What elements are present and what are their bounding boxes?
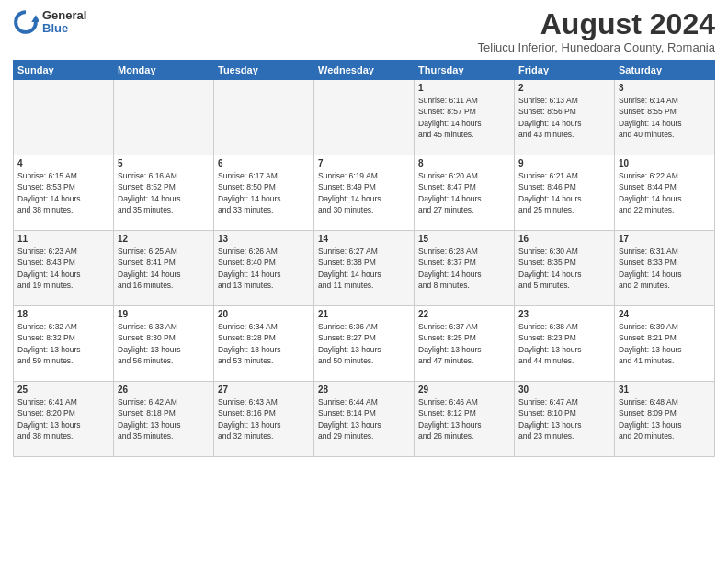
week-row-5: 25Sunrise: 6:41 AM Sunset: 8:20 PM Dayli… [14, 382, 715, 457]
calendar-header: SundayMondayTuesdayWednesdayThursdayFrid… [14, 61, 715, 80]
title-block: August 2024 Teliucu Inferior, Hunedoara … [478, 9, 715, 54]
day-cell: 1Sunrise: 6:11 AM Sunset: 8:57 PM Daylig… [415, 80, 515, 155]
day-number: 4 [17, 158, 109, 168]
day-number: 1 [418, 83, 510, 93]
logo-general-text: General [42, 9, 86, 22]
day-number: 14 [318, 234, 410, 244]
day-info: Sunrise: 6:32 AM Sunset: 8:32 PM Dayligh… [17, 321, 109, 366]
day-number: 9 [518, 158, 610, 168]
day-info: Sunrise: 6:41 AM Sunset: 8:20 PM Dayligh… [17, 396, 109, 442]
day-info: Sunrise: 6:16 AM Sunset: 8:52 PM Dayligh… [118, 170, 210, 215]
day-number: 29 [418, 385, 510, 395]
day-number: 25 [17, 385, 109, 395]
week-row-1: 1Sunrise: 6:11 AM Sunset: 8:57 PM Daylig… [14, 80, 715, 155]
day-cell: 4Sunrise: 6:15 AM Sunset: 8:53 PM Daylig… [14, 155, 114, 231]
header: General Blue August 2024 Teliucu Inferio… [13, 9, 715, 54]
day-number: 16 [518, 234, 610, 244]
weekday-header-wednesday: Wednesday [314, 61, 415, 80]
day-cell: 14Sunrise: 6:27 AM Sunset: 8:38 PM Dayli… [314, 231, 415, 306]
weekday-header-thursday: Thursday [415, 61, 515, 80]
day-cell: 31Sunrise: 6:48 AM Sunset: 8:09 PM Dayli… [615, 382, 715, 457]
day-cell: 26Sunrise: 6:42 AM Sunset: 8:18 PM Dayli… [114, 382, 214, 457]
day-number: 3 [619, 83, 711, 93]
weekday-header-sunday: Sunday [14, 61, 114, 80]
logo-text: General Blue [42, 9, 86, 36]
day-info: Sunrise: 6:31 AM Sunset: 8:33 PM Dayligh… [619, 246, 711, 291]
day-cell [14, 80, 114, 155]
day-cell: 29Sunrise: 6:46 AM Sunset: 8:12 PM Dayli… [415, 382, 515, 457]
day-info: Sunrise: 6:25 AM Sunset: 8:41 PM Dayligh… [118, 246, 210, 291]
day-info: Sunrise: 6:46 AM Sunset: 8:12 PM Dayligh… [418, 396, 510, 442]
day-cell: 27Sunrise: 6:43 AM Sunset: 8:16 PM Dayli… [214, 382, 314, 457]
day-cell: 23Sunrise: 6:38 AM Sunset: 8:23 PM Dayli… [515, 306, 615, 382]
day-cell: 25Sunrise: 6:41 AM Sunset: 8:20 PM Dayli… [14, 382, 114, 457]
day-info: Sunrise: 6:17 AM Sunset: 8:50 PM Dayligh… [218, 170, 310, 215]
day-cell: 22Sunrise: 6:37 AM Sunset: 8:25 PM Dayli… [415, 306, 515, 382]
day-number: 23 [518, 309, 610, 319]
day-info: Sunrise: 6:37 AM Sunset: 8:25 PM Dayligh… [418, 321, 510, 366]
day-info: Sunrise: 6:47 AM Sunset: 8:10 PM Dayligh… [518, 396, 610, 442]
day-number: 6 [218, 158, 310, 168]
day-info: Sunrise: 6:34 AM Sunset: 8:28 PM Dayligh… [218, 321, 310, 366]
day-cell: 13Sunrise: 6:26 AM Sunset: 8:40 PM Dayli… [214, 231, 314, 306]
weekday-header-monday: Monday [114, 61, 214, 80]
location: Teliucu Inferior, Hunedoara County, Roma… [478, 40, 715, 54]
calendar-table: SundayMondayTuesdayWednesdayThursdayFrid… [13, 60, 715, 457]
day-info: Sunrise: 6:44 AM Sunset: 8:14 PM Dayligh… [318, 396, 410, 442]
day-info: Sunrise: 6:19 AM Sunset: 8:49 PM Dayligh… [318, 170, 410, 215]
day-cell: 12Sunrise: 6:25 AM Sunset: 8:41 PM Dayli… [114, 231, 214, 306]
day-info: Sunrise: 6:20 AM Sunset: 8:47 PM Dayligh… [418, 170, 510, 215]
page: General Blue August 2024 Teliucu Inferio… [0, 0, 728, 563]
day-cell: 21Sunrise: 6:36 AM Sunset: 8:27 PM Dayli… [314, 306, 415, 382]
day-info: Sunrise: 6:15 AM Sunset: 8:53 PM Dayligh… [17, 170, 109, 215]
day-cell: 20Sunrise: 6:34 AM Sunset: 8:28 PM Dayli… [214, 306, 314, 382]
day-info: Sunrise: 6:42 AM Sunset: 8:18 PM Dayligh… [118, 396, 210, 442]
day-number: 7 [318, 158, 410, 168]
week-row-2: 4Sunrise: 6:15 AM Sunset: 8:53 PM Daylig… [14, 155, 715, 231]
day-number: 13 [218, 234, 310, 244]
day-info: Sunrise: 6:21 AM Sunset: 8:46 PM Dayligh… [518, 170, 610, 215]
day-cell: 17Sunrise: 6:31 AM Sunset: 8:33 PM Dayli… [615, 231, 715, 306]
day-number: 31 [619, 385, 711, 395]
day-info: Sunrise: 6:14 AM Sunset: 8:55 PM Dayligh… [619, 95, 711, 140]
day-info: Sunrise: 6:23 AM Sunset: 8:43 PM Dayligh… [17, 246, 109, 291]
day-number: 15 [418, 234, 510, 244]
day-cell: 8Sunrise: 6:20 AM Sunset: 8:47 PM Daylig… [415, 155, 515, 231]
day-cell: 7Sunrise: 6:19 AM Sunset: 8:49 PM Daylig… [314, 155, 415, 231]
day-cell: 28Sunrise: 6:44 AM Sunset: 8:14 PM Dayli… [314, 382, 415, 457]
day-info: Sunrise: 6:43 AM Sunset: 8:16 PM Dayligh… [218, 396, 310, 442]
week-row-3: 11Sunrise: 6:23 AM Sunset: 8:43 PM Dayli… [14, 231, 715, 306]
weekday-row: SundayMondayTuesdayWednesdayThursdayFrid… [14, 61, 715, 80]
day-number: 2 [518, 83, 610, 93]
day-number: 19 [118, 309, 210, 319]
day-cell: 6Sunrise: 6:17 AM Sunset: 8:50 PM Daylig… [214, 155, 314, 231]
day-info: Sunrise: 6:36 AM Sunset: 8:27 PM Dayligh… [318, 321, 410, 366]
day-info: Sunrise: 6:26 AM Sunset: 8:40 PM Dayligh… [218, 246, 310, 291]
day-number: 24 [619, 309, 711, 319]
svg-marker-0 [31, 16, 39, 23]
weekday-header-friday: Friday [515, 61, 615, 80]
day-number: 30 [518, 385, 610, 395]
day-cell: 5Sunrise: 6:16 AM Sunset: 8:52 PM Daylig… [114, 155, 214, 231]
day-number: 26 [118, 385, 210, 395]
day-info: Sunrise: 6:13 AM Sunset: 8:56 PM Dayligh… [518, 95, 610, 140]
day-number: 5 [118, 158, 210, 168]
day-cell [314, 80, 415, 155]
day-info: Sunrise: 6:38 AM Sunset: 8:23 PM Dayligh… [518, 321, 610, 366]
day-number: 18 [17, 309, 109, 319]
day-cell: 30Sunrise: 6:47 AM Sunset: 8:10 PM Dayli… [515, 382, 615, 457]
day-number: 21 [318, 309, 410, 319]
day-info: Sunrise: 6:30 AM Sunset: 8:35 PM Dayligh… [518, 246, 610, 291]
weekday-header-saturday: Saturday [615, 61, 715, 80]
day-number: 17 [619, 234, 711, 244]
day-info: Sunrise: 6:27 AM Sunset: 8:38 PM Dayligh… [318, 246, 410, 291]
logo: General Blue [13, 9, 86, 36]
day-cell: 18Sunrise: 6:32 AM Sunset: 8:32 PM Dayli… [14, 306, 114, 382]
day-cell [214, 80, 314, 155]
day-cell: 10Sunrise: 6:22 AM Sunset: 8:44 PM Dayli… [615, 155, 715, 231]
day-info: Sunrise: 6:33 AM Sunset: 8:30 PM Dayligh… [118, 321, 210, 366]
day-info: Sunrise: 6:48 AM Sunset: 8:09 PM Dayligh… [619, 396, 711, 442]
day-cell: 3Sunrise: 6:14 AM Sunset: 8:55 PM Daylig… [615, 80, 715, 155]
day-info: Sunrise: 6:22 AM Sunset: 8:44 PM Dayligh… [619, 170, 711, 215]
day-cell: 9Sunrise: 6:21 AM Sunset: 8:46 PM Daylig… [515, 155, 615, 231]
